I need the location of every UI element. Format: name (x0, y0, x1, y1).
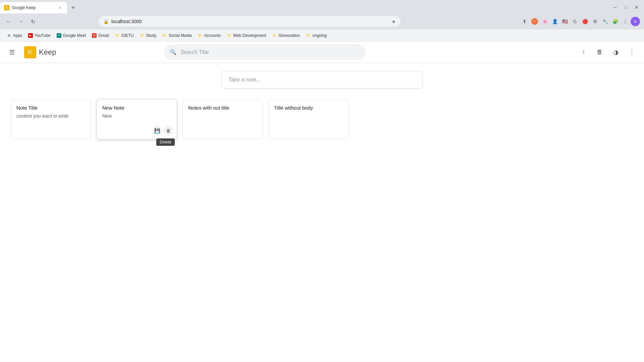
bookmark-accounts-label: Accounts (204, 33, 221, 38)
note-card-4[interactable]: Title without body (268, 99, 349, 139)
new-tab-button[interactable]: + (68, 3, 78, 12)
note-title-3: Notes with out title (188, 105, 257, 111)
tab-favicon: K (4, 5, 9, 10)
extension-icon-7[interactable]: 🔴 (580, 17, 590, 26)
header-actions: ↑ 🗑 ◑ ⋮ (577, 46, 639, 59)
extensions-menu-button[interactable]: 🧩 (610, 17, 620, 26)
app-area: ☰ K Keep 🔍 Search Title ↑ 🗑 ◑ ⋮ T (0, 42, 644, 362)
note-body-1: content you want to write (16, 113, 86, 119)
extension-icon-2[interactable]: 🛡 (531, 18, 538, 25)
bookmark-ginnovation-label: Ginnovation (279, 33, 300, 38)
main-content: Take a note... Note Title content you wa… (0, 63, 644, 362)
browser-menu-button[interactable]: ⋮ (621, 17, 630, 26)
bookmark-meet-label: Google Meet (63, 33, 86, 38)
upload-button[interactable]: ↑ (577, 46, 590, 59)
search-bar[interactable]: 🔍 Search Title (164, 45, 366, 60)
address-bar[interactable]: 🔒 localhost:3000 ★ (99, 16, 400, 27)
logo-text: Keep (39, 48, 56, 57)
note-body-2: New (102, 113, 171, 119)
bookmark-youtube-label: YouTube (35, 33, 50, 38)
bookmark-apps-label: Apps (13, 33, 22, 38)
apps-icon: ⊞ (7, 33, 11, 38)
tab-title: Google Keep (12, 5, 54, 10)
bookmark-apps[interactable]: ⊞ Apps (4, 32, 25, 39)
extension-icon-5[interactable]: 🇺🇸 (560, 17, 570, 26)
bookmark-gietu-label: GIETU (121, 33, 134, 38)
refresh-button[interactable]: ↻ (28, 17, 38, 26)
bookmark-study-label: Study (146, 33, 156, 38)
extension-icon-6[interactable]: G (570, 17, 580, 26)
note-title-2: New Note (102, 105, 171, 111)
bookmark-ongoing-label: ongoing (313, 33, 327, 38)
study-icon: 📁 (140, 33, 144, 38)
minimize-button[interactable]: ─ (610, 3, 620, 12)
bookmark-meet[interactable]: M Google Meet (54, 32, 89, 39)
note-card-2[interactable]: New Note New 💾 🗑 Delete (97, 99, 177, 139)
gmail-icon: M (92, 33, 97, 38)
menu-button[interactable]: ☰ (5, 46, 19, 59)
bookmark-webdev-label: Web Development (233, 33, 266, 38)
bookmark-social-label: Social Media (169, 33, 192, 38)
bookmark-gmail-label: Gmail (98, 33, 109, 38)
extension-icon-9[interactable]: 🔧 (600, 17, 610, 26)
search-icon: 🔍 (170, 49, 176, 55)
bookmark-gietu[interactable]: 📁 GIETU (112, 32, 137, 39)
youtube-icon: ▶ (28, 33, 33, 38)
profile-avatar[interactable]: A (631, 17, 640, 26)
url-display: localhost:3000 (111, 19, 389, 24)
extension-icon-8[interactable]: ⚙ (590, 17, 600, 26)
forward-button[interactable]: → (16, 17, 25, 26)
bookmark-youtube[interactable]: ▶ YouTube (25, 32, 53, 39)
note-card-3[interactable]: Notes with out title (182, 99, 263, 139)
save-note-button[interactable]: 💾 (152, 126, 162, 136)
bookmark-gmail[interactable]: M Gmail (89, 32, 111, 39)
trash-button[interactable]: 🗑 (593, 46, 606, 59)
tab-close-button[interactable]: × (57, 5, 63, 11)
bookmark-study[interactable]: 📁 Study (137, 32, 159, 39)
back-button[interactable]: ← (4, 17, 13, 26)
bookmark-ginnovation[interactable]: 📁 Ginnovation (270, 32, 303, 39)
meet-icon: M (57, 33, 61, 38)
bookmark-accounts[interactable]: 📁 Accounts (195, 32, 223, 39)
app-header: ☰ K Keep 🔍 Search Title ↑ 🗑 ◑ ⋮ (0, 42, 644, 63)
theme-toggle-button[interactable]: ◑ (609, 46, 623, 59)
address-bar-row: ← → ↻ 🔒 localhost:3000 ★ ⬆ 🛡 🌸 👤 🇺🇸 G 🔴 … (0, 13, 644, 29)
bookmark-webdev[interactable]: 📁 Web Development (224, 32, 269, 39)
app-logo: K Keep (24, 46, 56, 58)
extension-icon-1[interactable]: ⬆ (520, 17, 529, 26)
notes-grid: Note Title content you want to write New… (8, 99, 636, 139)
gietu-icon: 📁 (115, 33, 120, 38)
take-note-placeholder: Take a note... (228, 77, 261, 83)
logo-icon: K (24, 46, 36, 58)
maximize-button[interactable]: □ (621, 3, 631, 12)
ginnovation-icon: 📁 (272, 33, 277, 38)
more-options-button[interactable]: ⋮ (625, 46, 639, 59)
webdev-icon: 📁 (227, 33, 231, 38)
note-title-4: Title without body (274, 105, 343, 111)
note-title-1: Note Title (16, 105, 86, 111)
close-window-button[interactable]: ✕ (632, 3, 641, 12)
take-note-bar[interactable]: Take a note... (221, 71, 423, 88)
browser-window: K Google Keep × + ─ □ ✕ ← → ↻ 🔒 localhos… (0, 0, 644, 362)
extension-icon-3[interactable]: 🌸 (540, 17, 549, 26)
browser-tab-active[interactable]: K Google Keep × (0, 2, 67, 13)
delete-tooltip: Delete (156, 138, 175, 146)
extension-icon-4[interactable]: 👤 (550, 17, 559, 26)
bookmark-social[interactable]: 📁 Social Media (160, 32, 195, 39)
bookmarks-bar: ⊞ Apps ▶ YouTube M Google Meet M Gmail 📁… (0, 29, 644, 42)
note-card-1[interactable]: Note Title content you want to write (11, 99, 91, 139)
delete-note-button[interactable]: 🗑 Delete (163, 126, 173, 136)
tab-bar: K Google Keep × + ─ □ ✕ (0, 0, 644, 13)
search-placeholder: Search Title (180, 49, 209, 55)
note-actions-2: 💾 🗑 Delete (152, 126, 173, 136)
accounts-icon: 📁 (198, 33, 203, 38)
browser-toolbar: ⬆ 🛡 🌸 👤 🇺🇸 G 🔴 ⚙ 🔧 🧩 ⋮ A (520, 17, 640, 26)
ongoing-icon: 📁 (306, 33, 311, 38)
bookmark-ongoing[interactable]: 📁 ongoing (304, 32, 330, 39)
social-icon: 📁 (162, 33, 167, 38)
